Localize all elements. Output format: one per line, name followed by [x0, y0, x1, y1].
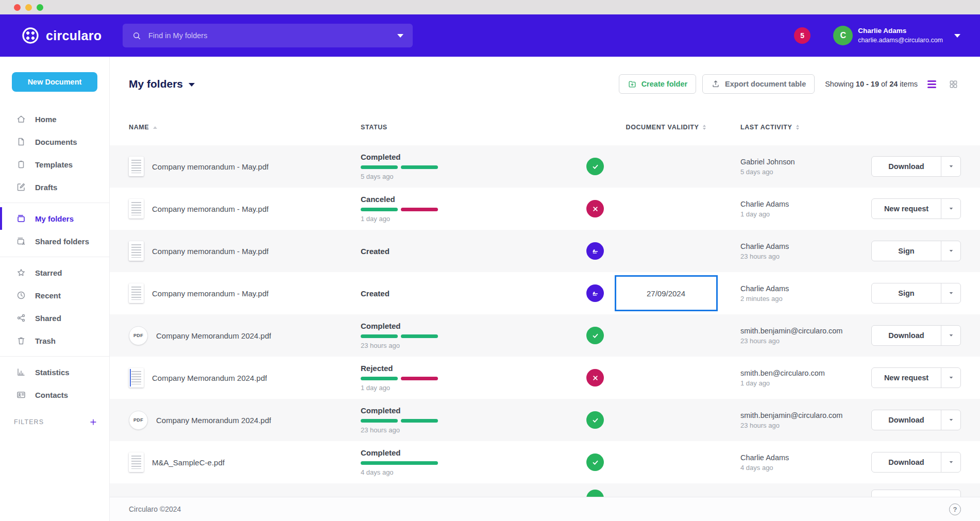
row-action-button-download[interactable]: Download [872, 326, 941, 345]
last-activity-cell: smith.benjamin@circularo.com23 hours ago [719, 327, 863, 345]
activity-time: 4 days ago [740, 464, 863, 472]
document-thumbnail-icon [129, 199, 144, 219]
sidebar-item-my-folders[interactable]: My folders [0, 207, 109, 230]
row-action-button-download[interactable]: Download [872, 452, 941, 472]
statistics-icon [16, 367, 26, 377]
column-header-name[interactable]: NAME [129, 124, 361, 131]
caret-down-icon [948, 417, 954, 423]
help-button[interactable]: ? [949, 503, 961, 515]
search-input[interactable] [148, 31, 391, 40]
row-action-button-download[interactable]: Download [872, 157, 941, 176]
brand-logo[interactable]: circularo [21, 26, 102, 45]
window-close-button[interactable] [14, 4, 21, 11]
sidebar-item-contacts[interactable]: Contacts [0, 383, 109, 406]
clipped-status-icon [586, 490, 604, 497]
search-scope-dropdown-icon[interactable] [397, 34, 403, 38]
row-action-dropdown[interactable] [941, 410, 960, 430]
status-cross-icon [586, 369, 604, 386]
signature-icon [590, 246, 600, 256]
add-filter-button[interactable] [89, 417, 98, 427]
action-cell: Download [863, 410, 961, 430]
sidebar-item-label: Starred [35, 268, 62, 277]
progress-segment [401, 208, 438, 211]
activity-user: smith.ben@circularo.com [740, 369, 863, 377]
row-action-dropdown[interactable] [941, 326, 960, 345]
row-action-split-button: Download [871, 156, 961, 177]
sidebar-item-trash[interactable]: Trash [0, 329, 109, 352]
status-check-icon [586, 453, 604, 471]
table-row[interactable]: Company memorandum - May.pdfCreated27/09… [110, 272, 980, 314]
document-thumbnail-icon [129, 368, 144, 388]
table-row[interactable]: PDFCompany Memorandum 2024.pdfCompleted2… [110, 314, 980, 357]
validity-date-cell[interactable]: 27/09/2024 [615, 275, 718, 311]
action-cell: New request [863, 367, 961, 388]
page-title-dropdown[interactable]: My folders [129, 78, 195, 90]
sidebar-item-drafts[interactable]: Drafts [0, 176, 109, 198]
row-action-button-new-request[interactable]: New request [872, 199, 941, 219]
sidebar-item-shared-folders[interactable]: Shared folders [0, 230, 109, 253]
sidebar-item-label: Documents [35, 138, 77, 146]
row-action-dropdown[interactable] [941, 241, 960, 261]
export-document-table-button[interactable]: Export document table [702, 74, 815, 94]
row-action-dropdown[interactable] [941, 283, 960, 303]
document-thumbnail-icon [129, 283, 144, 303]
sidebar-item-documents[interactable]: Documents [0, 130, 109, 153]
activity-time: 1 day ago [740, 379, 863, 387]
column-header-activity[interactable]: LAST ACTIVITY [719, 124, 863, 131]
sidebar-item-recent[interactable]: Recent [0, 284, 109, 307]
column-header-validity[interactable]: DOCUMENT VALIDITY [613, 124, 719, 131]
sidebar-item-starred[interactable]: Starred [0, 261, 109, 284]
table-row[interactable]: Company Memorandum 2024.pdfRejected1 day… [110, 357, 980, 399]
document-name: Company Memorandum 2024.pdf [156, 331, 271, 340]
sidebar-item-statistics[interactable]: Statistics [0, 361, 109, 383]
templates-icon [16, 159, 26, 170]
status-label: Completed [361, 322, 577, 330]
column-header-status[interactable]: STATUS [361, 124, 577, 131]
row-action-button-sign[interactable]: Sign [872, 283, 941, 303]
sidebar-item-label: Statistics [35, 368, 70, 377]
action-cell: Sign [863, 241, 961, 261]
list-view-toggle[interactable] [924, 76, 939, 92]
table-row[interactable]: Company memorandum - May.pdfCreatedCharl… [110, 230, 980, 272]
sort-icon [703, 125, 706, 130]
row-action-button-new-request[interactable]: New request [872, 368, 941, 388]
table-row[interactable]: Company memorandum - May.pdfCompleted5 d… [110, 145, 980, 188]
grid-view-toggle[interactable] [945, 76, 961, 92]
last-activity-cell: Charlie Adams1 day ago [719, 200, 863, 218]
row-action-dropdown[interactable] [941, 452, 960, 472]
row-action-button-download[interactable]: Download [872, 410, 941, 430]
notifications-badge[interactable]: 5 [794, 27, 810, 44]
caret-down-icon [948, 206, 954, 212]
create-folder-button[interactable]: Create folder [619, 74, 696, 94]
activity-time: 23 hours ago [740, 337, 863, 345]
clipped-action-button[interactable] [871, 490, 961, 497]
document-thumbnail-icon [129, 157, 144, 176]
window-zoom-button[interactable] [37, 4, 43, 11]
status-cell: Completed23 hours ago [361, 406, 577, 434]
sidebar-item-shared[interactable]: Shared [0, 307, 109, 329]
status-progress-bar [361, 165, 577, 169]
global-search[interactable] [123, 24, 413, 47]
row-action-split-button: New request [871, 198, 961, 219]
document-table: Company memorandum - May.pdfCompleted5 d… [110, 145, 980, 483]
activity-time: 23 hours ago [740, 253, 863, 260]
table-row[interactable]: Company memorandum - May.pdfCanceled1 da… [110, 188, 980, 230]
sidebar-item-templates[interactable]: Templates [0, 153, 109, 176]
row-action-split-button: Download [871, 325, 961, 346]
row-action-dropdown[interactable] [941, 199, 960, 219]
row-action-button-sign[interactable]: Sign [872, 241, 941, 261]
table-row[interactable]: PDFCompany Memorandum 2024.pdfCompleted2… [110, 399, 980, 441]
user-menu[interactable]: C Charlie Adams charlie.adams@circularo.… [833, 26, 960, 45]
table-row[interactable]: M&A_SampleC-e.pdfCompleted4 days agoChar… [110, 441, 980, 483]
window-minimize-button[interactable] [25, 4, 32, 11]
row-action-dropdown[interactable] [941, 368, 960, 388]
sidebar-divider [0, 203, 109, 203]
sidebar-item-home[interactable]: Home [0, 108, 109, 130]
status-cell: Created [361, 247, 577, 256]
status-progress-bar [361, 208, 577, 211]
row-action-dropdown[interactable] [941, 157, 960, 176]
new-document-button[interactable]: New Document [12, 72, 97, 92]
activity-user: Charlie Adams [740, 242, 863, 250]
status-progress-bar [361, 461, 577, 465]
user-info: Charlie Adams charlie.adams@circularo.co… [858, 26, 943, 44]
